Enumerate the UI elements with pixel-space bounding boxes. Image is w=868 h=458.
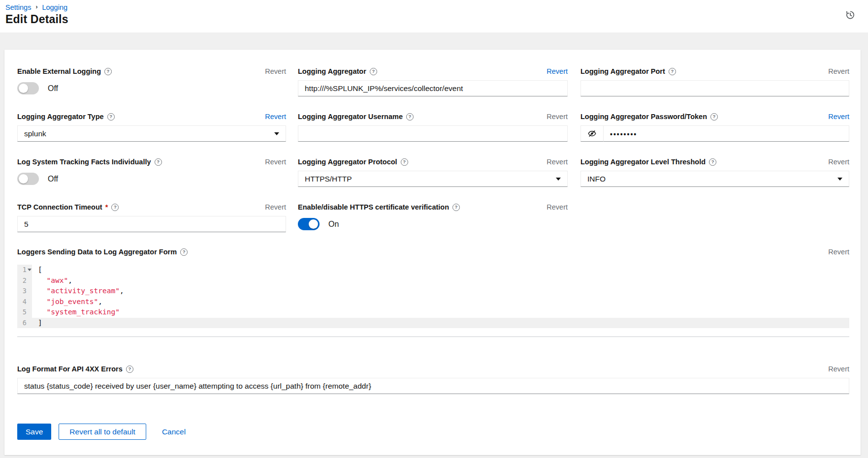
breadcrumb-link-logging[interactable]: Logging xyxy=(42,3,67,11)
toggle-knob xyxy=(309,219,318,229)
revert-button: Revert xyxy=(265,203,286,211)
logging-aggregator-type-select[interactable]: splunk xyxy=(17,125,286,142)
help-icon[interactable]: ? xyxy=(406,113,414,121)
revert-button[interactable]: Revert xyxy=(265,113,286,121)
help-icon[interactable]: ? xyxy=(710,113,718,121)
required-asterisk: * xyxy=(105,203,108,211)
loggers-code-editor[interactable]: 1 [ 2 "awx", 3 "activity_stream", 4 "job… xyxy=(17,262,849,337)
selected-value: HTTPS/HTTP xyxy=(305,175,352,183)
field-label: Enable/disable HTTPS certificate verific… xyxy=(298,203,449,211)
help-icon[interactable]: ? xyxy=(401,158,408,166)
revert-button: Revert xyxy=(828,365,849,373)
field-label: Enable External Logging xyxy=(17,67,101,75)
field-label: Logging Aggregator Protocol xyxy=(298,158,397,166)
help-icon[interactable]: ? xyxy=(669,68,676,75)
https-cert-verification-toggle[interactable] xyxy=(298,218,320,230)
fold-caret-icon[interactable] xyxy=(28,269,32,271)
logging-aggregator-port-input[interactable] xyxy=(580,80,849,96)
revert-button: Revert xyxy=(547,203,568,211)
field-logging-aggregator-username: Logging Aggregator Username? Revert xyxy=(298,113,568,142)
field-label: Logging Aggregator Level Threshold xyxy=(580,158,706,166)
editor-line: 4 "job_events", xyxy=(17,297,849,307)
selected-value: splunk xyxy=(24,129,46,138)
toggle-state-label: Off xyxy=(48,84,58,93)
help-icon[interactable]: ? xyxy=(709,158,716,166)
field-logging-aggregator-password: Logging Aggregator Password/Token? Rever… xyxy=(580,113,849,142)
line-number: 6 xyxy=(17,318,32,329)
field-https-cert-verification: Enable/disable HTTPS certificate verific… xyxy=(298,203,568,232)
logging-settings-page: Settings › Logging Edit Details Enable E… xyxy=(0,0,868,458)
save-button[interactable]: Save xyxy=(17,424,51,440)
tcp-connection-timeout-input[interactable] xyxy=(17,216,286,232)
editor-line: 2 "awx", xyxy=(17,275,849,286)
field-label: Logging Aggregator xyxy=(298,67,366,75)
revert-button: Revert xyxy=(547,158,568,166)
help-icon[interactable]: ? xyxy=(452,204,460,211)
field-label: Logging Aggregator Password/Token xyxy=(580,113,707,121)
help-icon[interactable]: ? xyxy=(126,366,133,373)
field-logging-aggregator-type: Logging Aggregator Type? Revert splunk xyxy=(17,113,286,142)
revert-button[interactable]: Revert xyxy=(828,113,849,121)
field-label: TCP Connection Timeout xyxy=(17,203,102,211)
help-icon[interactable]: ? xyxy=(107,113,115,121)
field-enable-external-logging: Enable External Logging? Revert Off xyxy=(17,67,286,96)
field-label: Logging Aggregator Username xyxy=(298,113,403,121)
help-icon[interactable]: ? xyxy=(155,158,162,166)
field-log-system-tracking: Log System Tracking Facts Individually? … xyxy=(17,158,286,187)
enable-external-logging-toggle[interactable] xyxy=(17,82,39,94)
field-label: Log System Tracking Facts Individually xyxy=(17,158,151,166)
line-number: 2 xyxy=(17,275,32,286)
help-icon[interactable]: ? xyxy=(180,248,188,256)
revert-button: Revert xyxy=(828,158,849,166)
field-logging-aggregator: Logging Aggregator? Revert xyxy=(298,67,568,96)
toggle-state-label: On xyxy=(328,220,339,229)
field-logging-aggregator-protocol: Logging Aggregator Protocol? Revert HTTP… xyxy=(298,158,568,187)
field-label: Loggers Sending Data to Log Aggregator F… xyxy=(17,248,177,256)
edit-details-card: Enable External Logging? Revert Off Logg… xyxy=(4,50,861,455)
help-icon[interactable]: ? xyxy=(370,68,377,75)
caret-down-icon xyxy=(837,178,842,181)
log-format-4xx-input[interactable] xyxy=(17,378,849,394)
line-number: 4 xyxy=(17,297,32,307)
toggle-state-label: Off xyxy=(48,175,58,183)
revert-button: Revert xyxy=(828,248,849,256)
eye-slash-icon xyxy=(587,129,597,138)
field-label: Logging Aggregator Port xyxy=(580,67,665,75)
revert-button: Revert xyxy=(547,113,568,121)
line-number: 3 xyxy=(17,286,32,297)
cancel-button[interactable]: Cancel xyxy=(162,424,186,440)
line-number: 5 xyxy=(17,307,32,318)
revert-button: Revert xyxy=(265,158,286,166)
show-password-button[interactable] xyxy=(580,125,603,142)
breadcrumb: Settings › Logging xyxy=(5,3,67,11)
logging-aggregator-input[interactable] xyxy=(298,80,568,96)
toggle-knob xyxy=(19,84,28,93)
logging-aggregator-level-select[interactable]: INFO xyxy=(580,171,849,187)
line-number: 1 xyxy=(17,265,32,275)
field-tcp-connection-timeout: TCP Connection Timeout*? Revert xyxy=(17,203,286,232)
history-button[interactable] xyxy=(844,9,856,21)
help-icon[interactable]: ? xyxy=(111,204,119,211)
toggle-knob xyxy=(19,174,28,183)
field-label: Logging Aggregator Type xyxy=(17,113,104,121)
breadcrumb-link-settings[interactable]: Settings xyxy=(5,3,31,11)
logging-aggregator-password-input[interactable] xyxy=(603,125,849,142)
field-logging-aggregator-port: Logging Aggregator Port? Revert xyxy=(580,67,849,96)
revert-button[interactable]: Revert xyxy=(547,67,568,75)
form-actions: Save Revert all to default Cancel xyxy=(17,424,186,440)
logging-aggregator-username-input[interactable] xyxy=(298,125,568,142)
page-header: Settings › Logging Edit Details xyxy=(0,0,868,32)
revert-button: Revert xyxy=(828,67,849,75)
editor-line: 3 "activity_stream", xyxy=(17,286,849,297)
help-icon[interactable]: ? xyxy=(104,68,112,75)
editor-line: 1 [ xyxy=(17,265,849,275)
field-label: Log Format For API 4XX Errors xyxy=(17,365,123,373)
log-system-tracking-toggle[interactable] xyxy=(17,173,39,185)
field-logging-aggregator-level: Logging Aggregator Level Threshold? Reve… xyxy=(580,158,849,187)
editor-line-active: 6 ] xyxy=(17,318,849,329)
history-icon xyxy=(845,10,855,20)
field-loggers-form: Loggers Sending Data to Log Aggregator F… xyxy=(17,248,849,261)
field-log-format-4xx: Log Format For API 4XX Errors? Revert xyxy=(17,365,849,394)
logging-aggregator-protocol-select[interactable]: HTTPS/HTTP xyxy=(298,171,568,187)
revert-all-button[interactable]: Revert all to default xyxy=(59,424,146,440)
